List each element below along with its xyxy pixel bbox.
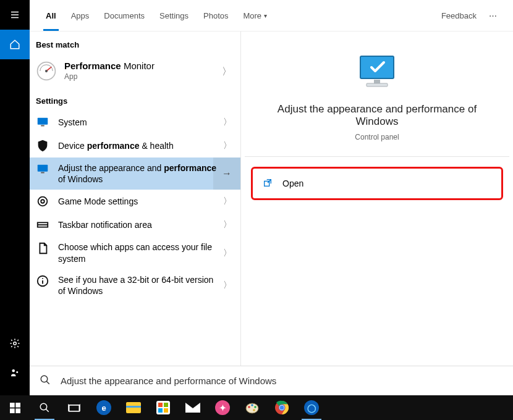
tab-apps[interactable]: Apps — [64, 0, 97, 31]
hamburger-button[interactable] — [0, 0, 30, 30]
more-options-button[interactable]: ⋯ — [483, 11, 504, 20]
task-view-button[interactable] — [59, 395, 89, 420]
svg-point-5 — [16, 371, 18, 373]
result-taskbar-notification[interactable]: Taskbar notification area 〉 — [30, 213, 240, 237]
svg-rect-10 — [38, 165, 48, 172]
chevron-right-icon: 〉 — [223, 219, 232, 230]
result-label: Taskbar notification area — [58, 219, 234, 230]
taskbar-app-explorer[interactable] — [119, 395, 148, 420]
svg-point-13 — [41, 200, 45, 204]
result-performance-monitor[interactable]: Performance Monitor App 〉 — [30, 54, 240, 88]
svg-line-25 — [46, 381, 49, 384]
taskbar: e ✦ ◯ — [0, 395, 513, 420]
svg-rect-19 — [360, 56, 394, 78]
svg-rect-8 — [38, 118, 48, 125]
results-list: Best match Performance Monitor App 〉 Set… — [30, 32, 241, 395]
chevron-right-icon: 〉 — [223, 196, 232, 207]
taskbar-app-paint[interactable] — [237, 395, 267, 420]
start-button[interactable] — [0, 395, 30, 420]
svg-rect-27 — [15, 403, 20, 408]
result-apps-access[interactable]: Choose which apps can access your file s… — [30, 237, 240, 269]
section-best-match: Best match — [30, 32, 240, 54]
result-label: Choose which apps can access your file s… — [58, 242, 234, 264]
taskbar-app-edge[interactable]: e — [89, 395, 119, 420]
result-label: Game Mode settings — [58, 196, 234, 207]
tab-more[interactable]: More▾ — [235, 0, 274, 31]
taskbar-search-button[interactable] — [30, 395, 59, 420]
result-adjust-appearance[interactable]: Adjust the appearance and performance of… — [30, 158, 240, 190]
taskbar-app-paint3d[interactable]: ✦ — [208, 395, 237, 420]
svg-point-12 — [38, 197, 48, 206]
preview-pane: Adjust the appearance and performance of… — [245, 35, 509, 395]
search-input-bar[interactable]: Adjust the appearance and performance of… — [30, 366, 513, 395]
svg-rect-28 — [10, 408, 15, 413]
open-label: Open — [282, 178, 303, 188]
tab-documents[interactable]: Documents — [96, 0, 152, 31]
chevron-down-icon: ▾ — [264, 12, 267, 19]
open-action[interactable]: Open — [253, 169, 501, 198]
info-icon — [36, 274, 49, 288]
section-settings: Settings — [30, 88, 240, 111]
settings-gear-button[interactable] — [0, 329, 30, 358]
svg-rect-11 — [41, 172, 45, 174]
taskbar-app-mail[interactable] — [178, 395, 208, 420]
start-rail — [0, 0, 30, 395]
svg-point-7 — [45, 70, 48, 72]
tab-settings[interactable]: Settings — [152, 0, 196, 31]
annotation-highlight: Open — [251, 167, 503, 200]
taskbar-app-chrome[interactable] — [267, 395, 297, 420]
svg-rect-32 — [69, 405, 80, 411]
result-game-mode[interactable]: Game Mode settings 〉 — [30, 190, 240, 213]
document-icon — [36, 242, 49, 255]
svg-point-30 — [40, 403, 47, 410]
search-icon — [40, 374, 51, 387]
result-title: Performance Monitor — [64, 61, 155, 71]
monitor-icon — [36, 116, 49, 129]
svg-point-38 — [254, 406, 256, 408]
open-icon — [263, 178, 273, 190]
svg-rect-26 — [10, 403, 15, 408]
scope-tabs: All Apps Documents Settings Photos More▾… — [30, 0, 513, 31]
tab-all[interactable]: All — [38, 0, 64, 31]
result-subtitle: App — [64, 72, 155, 81]
taskbar-app-generic[interactable]: ◯ — [297, 395, 326, 420]
target-icon — [36, 195, 49, 208]
svg-rect-21 — [374, 80, 380, 83]
result-label: Adjust the appearance and performance of… — [58, 162, 234, 185]
svg-point-24 — [41, 376, 48, 382]
svg-rect-9 — [41, 125, 45, 127]
expand-button[interactable]: → — [213, 158, 240, 190]
svg-line-31 — [46, 409, 49, 412]
result-device-performance[interactable]: Device performance & health 〉 — [30, 134, 240, 158]
chevron-right-icon: 〉 — [223, 280, 232, 291]
svg-point-37 — [251, 404, 253, 406]
feedback-link[interactable]: Feedback — [435, 11, 483, 20]
svg-point-36 — [248, 406, 250, 408]
home-button[interactable] — [0, 30, 30, 59]
chevron-right-icon: 〉 — [223, 117, 232, 128]
search-query-text: Adjust the appearance and performance of… — [61, 376, 276, 386]
chevron-right-icon: 〉 — [223, 248, 232, 259]
svg-point-4 — [12, 369, 15, 372]
monitor-check-icon — [355, 52, 399, 92]
svg-point-39 — [253, 409, 255, 411]
tab-photos[interactable]: Photos — [196, 0, 235, 31]
preview-subtitle: Control panel — [355, 133, 399, 141]
result-label: Device performance & health — [58, 140, 234, 151]
search-panel: All Apps Documents Settings Photos More▾… — [30, 0, 513, 395]
result-system[interactable]: System 〉 — [30, 111, 240, 134]
chevron-right-icon: 〉 — [223, 140, 232, 151]
svg-point-18 — [42, 278, 43, 279]
svg-rect-29 — [15, 408, 20, 413]
gauge-icon — [36, 61, 57, 82]
svg-point-43 — [280, 406, 284, 410]
result-bit-version[interactable]: See if you have a 32-bit or 64-bit versi… — [30, 269, 240, 301]
svg-rect-22 — [367, 83, 388, 86]
result-label: See if you have a 32-bit or 64-bit versi… — [58, 274, 234, 296]
monitor-icon — [36, 162, 49, 176]
taskbar-app-store[interactable] — [148, 395, 178, 420]
preview-title: Adjust the appearance and performance of… — [257, 103, 497, 128]
account-button[interactable] — [0, 358, 30, 388]
taskbar-icon — [36, 218, 49, 232]
result-label: System — [58, 117, 234, 128]
